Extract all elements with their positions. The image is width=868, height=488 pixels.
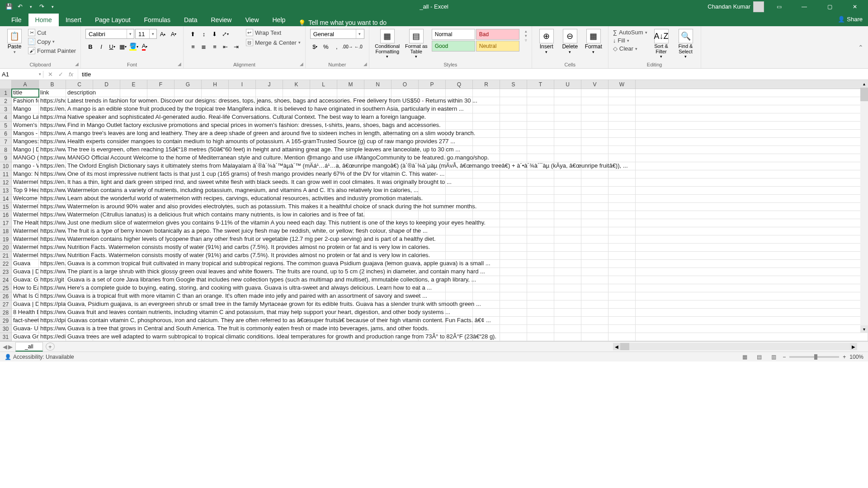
cell[interactable]: How to Ea [12, 284, 39, 292]
cell[interactable]: A mango tree's leaves are long and leath… [66, 130, 93, 138]
cell[interactable] [609, 138, 636, 146]
increase-decimal-icon[interactable]: .00→ [343, 42, 353, 52]
zoom-slider[interactable] [789, 356, 839, 358]
cell[interactable] [554, 170, 581, 178]
cell[interactable] [527, 146, 554, 154]
format-as-table-button[interactable]: ▤Format as Table▾ [405, 29, 428, 59]
cell[interactable]: It has a thin, light and dark green stri… [66, 178, 93, 187]
cell[interactable] [446, 252, 473, 260]
cell[interactable] [527, 235, 554, 244]
cell[interactable] [554, 284, 581, 292]
zoom-in-icon[interactable]: + [843, 354, 846, 360]
align-center-icon[interactable]: ≣ [199, 42, 209, 52]
cell[interactable]: Guava, Psidium guajava, is an evergreen … [66, 300, 93, 309]
cell[interactable] [527, 317, 554, 325]
cell[interactable] [500, 292, 527, 300]
qat-dd-icon[interactable]: ▾ [48, 2, 57, 11]
cell[interactable] [581, 235, 609, 244]
cell[interactable] [554, 122, 581, 130]
cell[interactable] [609, 211, 636, 219]
cell[interactable] [581, 317, 609, 325]
cell[interactable] [581, 219, 609, 227]
cell[interactable] [581, 300, 609, 309]
format-cells-button[interactable]: ▦Format▾ [584, 29, 604, 54]
user-account[interactable]: Chandan Kumar [708, 1, 764, 12]
tab-data[interactable]: Data [177, 14, 204, 26]
cell[interactable] [500, 309, 527, 317]
cell[interactable]: Guava fruit and leaves contain nutrients… [66, 309, 93, 317]
font-size-combo[interactable]: ▾ [135, 29, 157, 39]
cell[interactable]: https://ww [39, 252, 66, 260]
column-header[interactable]: V [581, 80, 609, 89]
decrease-decimal-icon[interactable]: ←.0 [354, 42, 363, 52]
decrease-font-icon[interactable]: A▾ [169, 29, 179, 39]
cell[interactable] [473, 89, 500, 97]
cell[interactable] [527, 244, 554, 252]
cell[interactable] [554, 130, 581, 138]
zoom-out-icon[interactable]: − [783, 354, 786, 360]
dialog-launcher-icon[interactable]: ◢ [300, 61, 303, 66]
cell[interactable] [473, 113, 500, 122]
cell[interactable] [609, 203, 636, 211]
cell[interactable] [500, 178, 527, 187]
normal-view-icon[interactable]: ▦ [739, 353, 750, 361]
sheet-nav-prev-icon[interactable]: ◀ [3, 343, 7, 350]
orientation-icon[interactable]: ⤢▾ [221, 29, 231, 39]
styles-scroll-up-icon[interactable]: ▴ [525, 29, 527, 33]
cell[interactable] [473, 325, 500, 333]
column-header[interactable]: F [147, 80, 175, 89]
cell[interactable] [500, 244, 527, 252]
cell[interactable] [527, 89, 554, 97]
cell[interactable] [609, 244, 636, 252]
cell[interactable] [527, 211, 554, 219]
cell[interactable] [527, 325, 554, 333]
cell[interactable] [554, 252, 581, 260]
column-header[interactable]: I [229, 80, 256, 89]
cell[interactable] [446, 244, 473, 252]
cell[interactable]: https://dpi [39, 317, 66, 325]
cell[interactable] [581, 195, 609, 203]
column-header[interactable]: H [202, 80, 229, 89]
cell[interactable] [419, 187, 446, 195]
cell[interactable] [554, 138, 581, 146]
cell[interactable]: https://sho [39, 97, 66, 105]
cell[interactable] [473, 244, 500, 252]
row-header[interactable]: 10 [0, 162, 12, 170]
tab-page-layout[interactable]: Page Layout [88, 14, 137, 26]
cell[interactable] [554, 187, 581, 195]
cell[interactable] [500, 333, 527, 341]
cell[interactable]: title [12, 89, 39, 97]
cell[interactable] [473, 122, 500, 130]
cell[interactable] [554, 244, 581, 252]
row-header[interactable]: 20 [0, 244, 12, 252]
zoom-level[interactable]: 100% [849, 354, 863, 360]
bold-button[interactable]: B [85, 42, 95, 52]
insert-cells-button[interactable]: ⊕Insert▾ [537, 29, 557, 54]
conditional-formatting-button[interactable]: ▦Conditional Formatting▾ [374, 29, 401, 59]
cell[interactable] [554, 317, 581, 325]
tab-view[interactable]: View [238, 14, 265, 26]
name-box[interactable]: ▾ [0, 71, 43, 78]
cell[interactable] [500, 284, 527, 292]
wrap-text-button[interactable]: ↩Wrap Text [246, 29, 301, 36]
cell[interactable] [473, 235, 500, 244]
cell[interactable] [364, 89, 392, 97]
dialog-launcher-icon[interactable]: ◢ [178, 61, 181, 66]
tab-help[interactable]: Help [266, 14, 292, 26]
cell[interactable]: https://ww [39, 325, 66, 333]
column-header[interactable]: D [93, 80, 120, 89]
cell[interactable] [473, 105, 500, 113]
cell[interactable] [500, 300, 527, 309]
cell[interactable] [527, 203, 554, 211]
ribbon-display-icon[interactable]: ▭ [769, 0, 789, 13]
cell[interactable]: Learn about the wonderful world of water… [66, 195, 93, 203]
scroll-thumb[interactable] [860, 88, 868, 101]
cell[interactable] [609, 122, 636, 130]
cell[interactable] [527, 260, 554, 268]
font-color-button[interactable]: A▾ [140, 42, 150, 52]
cell[interactable] [147, 89, 175, 97]
cell[interactable] [392, 89, 419, 97]
cell[interactable] [500, 235, 527, 244]
cell[interactable]: Guava- Us [12, 325, 39, 333]
cell[interactable] [500, 130, 527, 138]
